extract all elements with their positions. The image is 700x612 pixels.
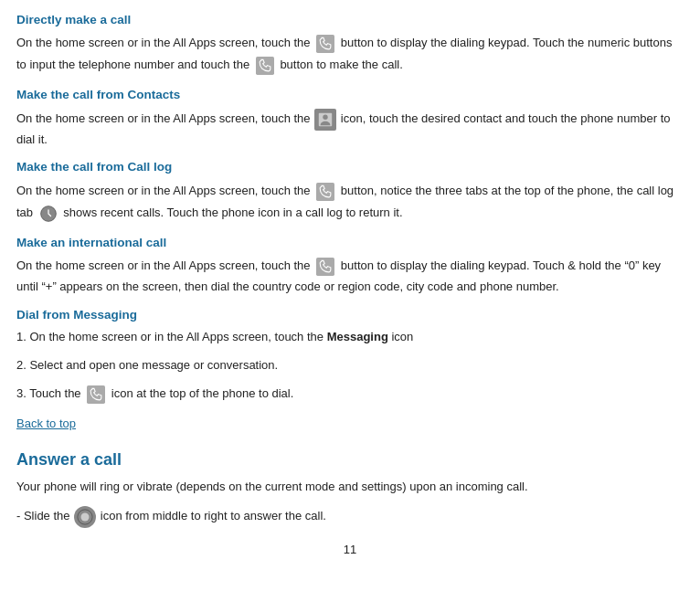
international-call-text1: On the home screen or in the All Apps sc… (16, 259, 311, 272)
directly-make-call-para: On the home screen or in the All Apps sc… (16, 33, 684, 77)
call-from-contacts-section: Make the call from Contacts On the home … (16, 86, 684, 149)
call-from-log-title: Make the call from Call log (16, 158, 684, 176)
phone-icon-3 (314, 181, 336, 203)
contacts-icon (314, 109, 336, 131)
clock-icon (37, 203, 59, 225)
page-number: 11 (16, 541, 684, 559)
dial-from-messaging-title: Dial from Messaging (16, 306, 684, 324)
back-to-top-link[interactable]: Back to top (16, 417, 76, 430)
slide-text-start: - Slide the (16, 509, 70, 522)
step3-end: icon at the top of the phone to dial. (111, 387, 293, 401)
svg-point-10 (81, 512, 90, 521)
step3-start: 3. Touch the (16, 387, 81, 401)
dial-from-messaging-step1: 1. On the home screen or in the All Apps… (16, 328, 684, 347)
answer-a-call-title: Answer a call (16, 448, 684, 472)
international-call-section: Make an international call On the home s… (16, 234, 684, 297)
call-from-log-text1: On the home screen or in the All Apps sc… (16, 184, 311, 197)
answer-a-call-text2: - Slide the icon from middle to right to… (16, 506, 684, 528)
step1-text: 1. On the home screen or in the All Apps… (16, 330, 323, 343)
back-to-top-section: Back to top (16, 415, 684, 433)
slide-text-end: icon from middle to right to answer the … (101, 509, 326, 522)
call-from-log-text3: shows recent calls. Touch the phone icon… (63, 206, 402, 219)
answer-a-call-section: Answer a call Your phone will ring or vi… (16, 448, 684, 528)
slide-icon (74, 506, 96, 528)
phone-icon-1 (314, 33, 336, 55)
international-call-para: On the home screen or in the All Apps sc… (16, 256, 684, 297)
dial-from-messaging-section: Dial from Messaging 1. On the home scree… (16, 306, 684, 406)
answer-a-call-text1: Your phone will ring or vibrate (depends… (16, 478, 684, 497)
dial-from-messaging-step2: 2. Select and open one message or conver… (16, 356, 684, 375)
step1-end: icon (391, 330, 413, 343)
phone-icon-4 (314, 256, 336, 278)
call-from-contacts-text1: On the home screen or in the All Apps sc… (16, 111, 311, 125)
directly-make-call-text3: button to make the call. (280, 58, 402, 72)
call-from-contacts-para: On the home screen or in the All Apps sc… (16, 109, 684, 150)
messaging-bold: Messaging (327, 330, 388, 343)
directly-make-call-title: Directly make a call (16, 11, 684, 29)
svg-point-4 (323, 114, 328, 119)
international-call-title: Make an international call (16, 234, 684, 252)
dial-from-messaging-step3: 3. Touch the icon at the top of the phon… (16, 384, 684, 406)
directly-make-call-text1: On the home screen or in the All Apps sc… (16, 37, 311, 50)
phone-icon-5 (85, 384, 107, 406)
call-from-contacts-title: Make the call from Contacts (16, 86, 684, 104)
directly-make-call-section: Directly make a call On the home screen … (16, 11, 684, 77)
phone-icon-2 (254, 55, 276, 77)
call-from-log-para: On the home screen or in the All Apps sc… (16, 181, 684, 225)
call-from-log-section: Make the call from Call log On the home … (16, 158, 684, 224)
